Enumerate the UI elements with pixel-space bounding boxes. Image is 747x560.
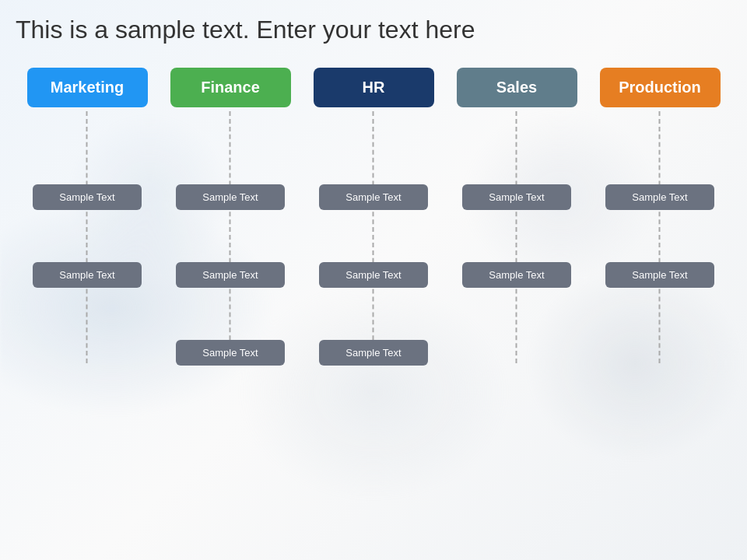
header-marketing: Marketing <box>27 68 148 107</box>
subbox-marketing-0: Sample Text <box>33 184 142 210</box>
org-chart: MarketingSample TextSample TextFinanceSa… <box>12 68 735 363</box>
subbox-sales-1: Sample Text <box>462 262 571 288</box>
subbox-hr-1: Sample Text <box>319 262 428 288</box>
column-marketing: MarketingSample TextSample Text <box>16 68 159 363</box>
subbox-finance-2: Sample Text <box>176 340 285 366</box>
subbox-finance-1: Sample Text <box>176 262 285 288</box>
subbox-sales-0: Sample Text <box>462 184 571 210</box>
subbox-marketing-1: Sample Text <box>33 262 142 288</box>
column-hr: HRSample TextSample TextSample Text <box>302 68 445 363</box>
subbox-production-0: Sample Text <box>605 184 714 210</box>
header-production: Production <box>600 68 721 107</box>
main-content: This is a sample text. Enter your text h… <box>0 0 747 371</box>
column-sales: SalesSample TextSample Text <box>445 68 588 363</box>
subbox-hr-0: Sample Text <box>319 184 428 210</box>
subbox-production-1: Sample Text <box>605 262 714 288</box>
page-title: This is a sample text. Enter your text h… <box>12 16 735 44</box>
header-hr: HR <box>314 68 434 107</box>
header-finance: Finance <box>170 68 291 107</box>
column-production: ProductionSample TextSample Text <box>588 68 731 363</box>
subbox-finance-0: Sample Text <box>176 184 285 210</box>
header-sales: Sales <box>457 68 577 107</box>
subbox-hr-2: Sample Text <box>319 340 428 366</box>
column-finance: FinanceSample TextSample TextSample Text <box>159 68 302 363</box>
